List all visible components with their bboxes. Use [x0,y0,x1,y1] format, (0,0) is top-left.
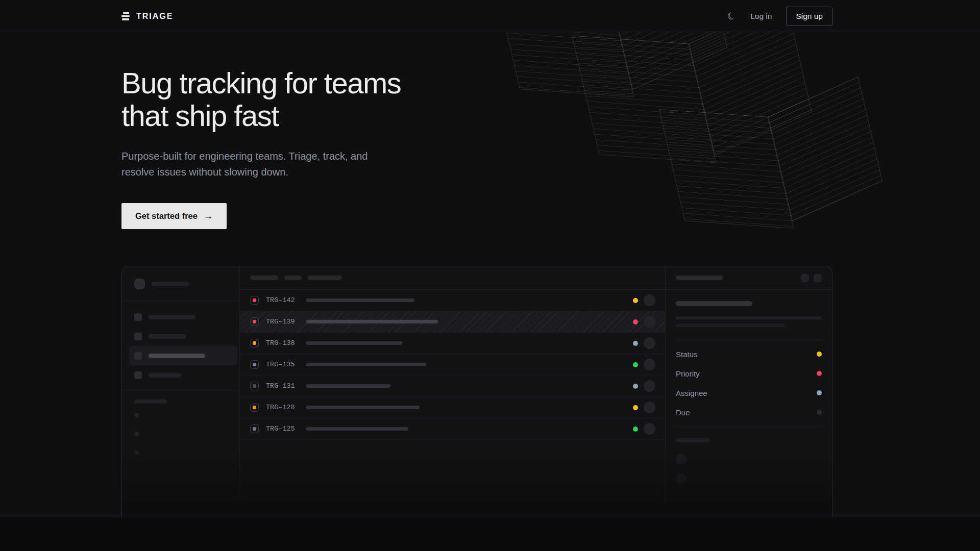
nav-item-icon [134,333,142,340]
avatar [644,359,655,370]
issue-id: TRG–125 [266,425,300,433]
hero-subtitle: Purpose-built for engineering teams. Tri… [121,148,368,180]
app-mockup: TRG–142 TRG–139 TRG–138 TRG–135 [121,266,832,517]
avatar [644,423,655,435]
theme-toggle-moon-icon[interactable]: ☾ [726,10,738,22]
triage-logo-icon [121,12,131,20]
sidebar-nav-item [129,327,237,346]
issue-id: TRG–139 [266,318,300,325]
sidebar-dot [134,413,139,417]
comment-avatar-circle [676,473,687,484]
status-dot [633,427,638,432]
property-value-dot [817,390,822,395]
issue-title-skeleton [676,301,752,306]
issue-row: TRG–131 [240,375,665,397]
avatar [644,380,655,392]
property-label: Due [676,408,690,417]
sidebar-dots [134,413,232,455]
issue-id: TRG–128 [266,404,300,411]
sidebar-nav [134,301,232,391]
sidebar-dot [134,432,139,436]
status-dot [633,405,638,410]
sidebar-nav-item [129,365,237,385]
issue-row: TRG–142 [240,290,665,311]
avatar [644,337,655,349]
nav-item-icon [134,352,142,360]
issue-title-skeleton [306,298,414,302]
status-dot [633,341,638,346]
issue-id: TRG–142 [266,296,300,304]
status-dot [633,362,638,367]
detail-panel-header [666,266,832,290]
workspace-icon [134,279,145,289]
issue-row: TRG–125 [240,418,665,440]
issue-id: TRG–138 [266,339,300,347]
issue-type-icon [250,360,259,369]
nav-item-icon [134,371,142,379]
property-row: Priority [676,364,822,383]
issue-id: TRG–131 [266,382,300,390]
comment-avatar-circle [676,454,687,464]
property-row: Due [676,403,822,422]
panel-action-icon [814,274,822,282]
description-line-skeleton [676,316,822,319]
issue-row: TRG–135 [240,354,665,375]
issue-row: TRG–128 [240,397,665,418]
sidebar-section-label [134,399,167,404]
property-label: Status [676,350,698,359]
arrow-right-icon: → [204,211,213,221]
detail-panel: Status Priority Assignee Due [666,266,832,517]
issue-list: TRG–142 TRG–139 TRG–138 TRG–135 [240,266,666,517]
mockup-sidebar [122,266,240,517]
property-row: Status [676,344,822,364]
property-value-dot [817,371,822,376]
issue-title-skeleton [306,427,408,431]
property-row: Assignee [676,383,822,403]
issue-type-icon [250,382,259,390]
sidebar-nav-item [129,307,237,327]
brand-name: TRIAGE [136,12,173,21]
issue-type-icon [250,317,259,326]
issue-type-icon [250,339,259,347]
login-link[interactable]: Log in [750,12,772,21]
issue-title-skeleton [306,384,390,388]
issue-title-skeleton [306,363,426,366]
comments-label-skeleton [676,438,709,442]
issue-title-skeleton [306,406,420,409]
status-dot [633,298,638,303]
list-header-pill [250,276,278,280]
issue-row: TRG–138 [240,333,665,354]
sidebar-dot [134,450,139,455]
issue-id: TRG–135 [266,361,300,368]
list-header-pill [308,276,342,280]
description-line-skeleton [676,324,785,327]
nav-item-icon [134,313,142,321]
avatar [644,316,655,328]
issue-title-skeleton [306,320,438,323]
avatar [644,402,655,413]
status-dot [633,384,638,389]
hero-title: Bug tracking for teams that ship fast [121,67,401,132]
property-value-dot [817,352,822,357]
signup-button[interactable]: Sign up [786,7,832,26]
brand-logo: TRIAGE [121,12,173,21]
avatar [644,294,655,306]
status-dot [633,319,638,324]
issue-list-header [240,266,665,290]
issue-title-skeleton [306,341,402,345]
site-header: TRIAGE ☾ Log in Sign up [0,0,980,32]
sidebar-nav-item [129,346,237,365]
property-label: Assignee [676,389,707,397]
workspace-row [134,279,232,289]
issue-row: TRG–139 [240,311,665,333]
property-value-dot [817,410,822,415]
issue-type-icon [250,424,259,433]
hero-section: Bug tracking for teams that ship fast Pu… [0,32,980,517]
get-started-button[interactable]: Get started free → [121,203,227,229]
issue-type-icon [250,296,259,305]
next-section-strip [0,517,980,551]
list-header-pill [284,276,302,280]
issue-type-icon [250,403,259,412]
property-label: Priority [676,369,700,378]
panel-action-icon [801,274,809,282]
